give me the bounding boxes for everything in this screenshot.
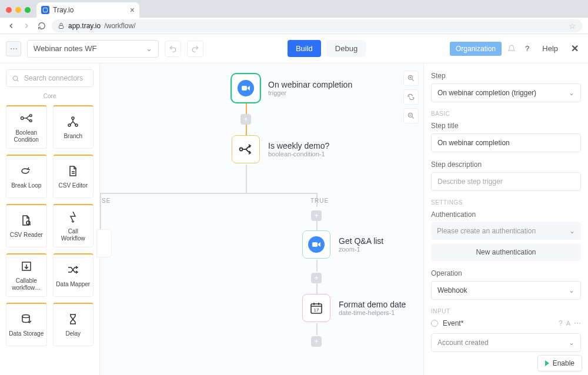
more-icon[interactable]: ⋯ bbox=[574, 319, 581, 327]
node-condition[interactable]: Is weekly demo? boolean-condition-1 bbox=[232, 135, 329, 163]
step-value: On webinar completion (trigger) bbox=[437, 89, 536, 97]
organization-button[interactable]: Organization bbox=[450, 42, 502, 56]
svg-point-5 bbox=[72, 117, 74, 119]
url-input[interactable]: app.tray.io/workflow/ ☆ bbox=[52, 19, 582, 32]
zoom-icon bbox=[308, 236, 325, 253]
csv-reader-icon bbox=[21, 214, 32, 227]
connector-call-workflow[interactable]: Call Workflow bbox=[53, 204, 94, 247]
browser-tab-strip: Tray.io × bbox=[0, 0, 588, 18]
node-format-date[interactable]: 17 Format demo date date-time-helpers-1 bbox=[302, 294, 406, 322]
section-settings: SETTINGS bbox=[431, 199, 581, 206]
build-button[interactable]: Build bbox=[288, 40, 321, 57]
add-step-button[interactable]: + bbox=[311, 210, 322, 221]
connector-csv-reader[interactable]: CSV Reader bbox=[6, 204, 47, 247]
branch-true-label: TRUE bbox=[310, 197, 329, 204]
forward-icon[interactable] bbox=[21, 22, 32, 30]
connector-csv-editor[interactable]: CSV Editor bbox=[53, 155, 94, 198]
node-title: Format demo date bbox=[339, 300, 406, 309]
node-sub: date-time-helpers-1 bbox=[339, 309, 406, 316]
node-trigger[interactable]: On webinar completion trigger bbox=[232, 74, 352, 102]
star-icon[interactable]: ☆ bbox=[569, 21, 576, 31]
bell-icon[interactable] bbox=[507, 45, 516, 53]
maximize-window-icon[interactable] bbox=[25, 7, 31, 13]
event-row[interactable]: Event* ? A ⋯ bbox=[431, 319, 581, 327]
reload-icon[interactable] bbox=[36, 22, 47, 30]
search-input[interactable]: Search connectors bbox=[6, 69, 93, 87]
workflow-canvas[interactable]: + SE TRUE + + + On webinar completion tr… bbox=[100, 63, 423, 375]
chevron-down-icon: ⌄ bbox=[569, 286, 574, 294]
boolean-icon bbox=[20, 112, 33, 125]
svg-point-1 bbox=[13, 76, 18, 81]
tab-title: Tray.io bbox=[53, 6, 74, 14]
connector-line bbox=[100, 193, 316, 194]
chevron-down-icon: ⌄ bbox=[569, 339, 574, 347]
connector-data-mapper[interactable]: Data Mapper bbox=[53, 253, 94, 297]
close-panel-icon[interactable]: ✕ bbox=[567, 43, 582, 54]
play-icon bbox=[545, 360, 549, 366]
title-input[interactable]: On webinar completion bbox=[431, 133, 581, 152]
chevron-down-icon: ⌄ bbox=[569, 89, 574, 97]
info-icon[interactable]: ? bbox=[559, 319, 563, 327]
connector-delay[interactable]: Delay bbox=[53, 303, 94, 346]
desc-input[interactable]: Describe step trigger bbox=[431, 172, 581, 191]
mapper-icon bbox=[67, 263, 79, 276]
break-loop-icon bbox=[21, 165, 32, 178]
app-toolbar: ⋯ Webinar notes WF ⌄ Build Debug Organiz… bbox=[0, 34, 588, 63]
connector-boolean-condition[interactable]: Boolean Condition bbox=[6, 105, 47, 149]
connector-line bbox=[316, 221, 318, 230]
minimize-window-icon[interactable] bbox=[15, 7, 21, 13]
node-title: Is weekly demo? bbox=[268, 141, 329, 150]
account-created-select[interactable]: Account created ⌄ bbox=[431, 333, 581, 352]
section-input: INPUT bbox=[431, 308, 581, 314]
node-get-qa[interactable]: Get Q&A list zoom-1 bbox=[302, 230, 383, 259]
svg-rect-0 bbox=[59, 25, 64, 28]
auth-select[interactable]: Please create an authentication ⌄ bbox=[431, 222, 581, 240]
chevron-down-icon: ⌄ bbox=[569, 227, 575, 235]
back-icon[interactable] bbox=[6, 22, 16, 30]
connector-label: Data Mapper bbox=[56, 281, 90, 288]
add-step-button[interactable]: + bbox=[311, 273, 322, 283]
desc-label: Step description bbox=[431, 160, 581, 169]
connector-line bbox=[316, 283, 318, 294]
svg-rect-13 bbox=[242, 86, 247, 91]
url-path: /workflow/ bbox=[104, 22, 135, 30]
svg-point-2 bbox=[21, 116, 24, 119]
menu-button[interactable]: ⋯ bbox=[6, 41, 21, 56]
connector-sidebar: Search connectors Core Boolean Condition… bbox=[0, 63, 100, 375]
fit-icon[interactable] bbox=[403, 89, 419, 105]
zoom-in-icon[interactable] bbox=[403, 71, 419, 86]
callable-icon bbox=[21, 260, 32, 273]
workflow-selector[interactable]: Webinar notes WF ⌄ bbox=[27, 40, 159, 58]
node-box bbox=[232, 74, 260, 102]
delay-icon bbox=[69, 313, 77, 326]
debug-button[interactable]: Debug bbox=[327, 40, 366, 57]
add-step-button[interactable]: + bbox=[240, 114, 251, 125]
connector-branch[interactable]: Branch bbox=[53, 105, 94, 149]
connector-label: CSV Reader bbox=[10, 232, 43, 239]
zoom-out-icon[interactable] bbox=[403, 108, 419, 123]
op-value: Webhook bbox=[437, 286, 467, 294]
step-select[interactable]: On webinar completion (trigger) ⌄ bbox=[431, 83, 581, 102]
close-window-icon[interactable] bbox=[6, 7, 12, 13]
auth-label: Authentication bbox=[431, 210, 581, 219]
undo-button[interactable] bbox=[165, 41, 181, 57]
help-icon[interactable]: ? bbox=[522, 44, 533, 53]
connector-break-loop[interactable]: Break Loop bbox=[6, 155, 47, 198]
csv-editor-icon bbox=[68, 165, 78, 178]
browser-tab[interactable]: Tray.io × bbox=[36, 2, 139, 18]
add-step-button[interactable]: + bbox=[311, 336, 322, 347]
connector-line bbox=[100, 193, 101, 229]
partial-node[interactable] bbox=[96, 229, 112, 257]
radio-icon[interactable] bbox=[431, 320, 438, 327]
connector-data-storage[interactable]: Data Storage bbox=[6, 303, 47, 346]
connector-label: Break Loop bbox=[11, 182, 41, 189]
redo-button[interactable] bbox=[187, 41, 203, 57]
op-select[interactable]: Webhook ⌄ bbox=[431, 281, 581, 300]
enable-button[interactable]: Enable bbox=[537, 355, 582, 371]
svg-point-7 bbox=[75, 124, 78, 126]
help-link[interactable]: Help bbox=[539, 44, 562, 53]
new-auth-button[interactable]: New authentication bbox=[431, 243, 581, 261]
search-icon bbox=[12, 75, 19, 82]
close-tab-icon[interactable]: × bbox=[130, 5, 135, 15]
connector-callable-workflow[interactable]: Callable workflow… bbox=[6, 253, 47, 297]
